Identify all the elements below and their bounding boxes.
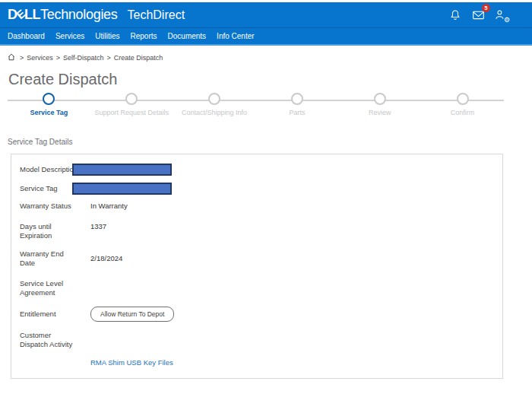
rma-shim-usb-key-files-link[interactable]: RMA Shim USB Key Files	[90, 358, 173, 367]
detail-row-warranty-status: Warranty StatusIn Warranty	[11, 202, 502, 211]
step-circle-parts	[291, 93, 303, 105]
detail-row-service-tag: Service Tag	[11, 183, 502, 195]
nav-item-reports[interactable]: Reports	[131, 32, 157, 40]
step-parts[interactable]: Parts	[255, 93, 338, 116]
detail-row-link: RMA Shim USB Key Files	[11, 358, 502, 367]
field-label: Warranty End Date	[20, 249, 81, 268]
step-support-request-details[interactable]: Support Request Details	[90, 93, 173, 116]
field-label: Model Description	[20, 165, 81, 174]
step-label: Support Request Details	[94, 109, 169, 116]
step-confirm[interactable]: Confirm	[421, 93, 504, 116]
step-service-tag[interactable]: Service Tag	[8, 93, 90, 116]
gear-icon: ⚙	[504, 17, 510, 24]
step-circle-confirm	[457, 93, 469, 105]
technologies-wordmark: Technologies	[40, 7, 117, 23]
step-contact-shipping-info[interactable]: Contact/Shipping Info	[173, 93, 256, 116]
nav-item-services[interactable]: Services	[55, 32, 84, 40]
step-review[interactable]: Review	[338, 93, 421, 116]
dell-wordmark: DELL	[8, 7, 40, 23]
redacted-value	[72, 183, 172, 195]
field-label: Service Level Agreement	[20, 279, 81, 297]
app-header: DELL Technologies TechDirect 5 ⚙	[0, 2, 532, 27]
home-icon[interactable]	[8, 53, 17, 62]
step-circle-review	[374, 93, 386, 105]
detail-row-customer-dispatch-activity: Customer Dispatch Activity	[11, 331, 502, 349]
breadcrumb-item-self-dispatch[interactable]: Self-Dispatch	[63, 54, 104, 62]
step-label: Confirm	[451, 109, 475, 116]
field-label: Service Tag	[20, 184, 81, 193]
field-label: Days until Expiration	[20, 222, 81, 240]
detail-row-days-until-expiration: Days until Expiration1337	[11, 222, 502, 240]
field-label: Customer Dispatch Activity	[20, 331, 81, 349]
nav-item-dashboard[interactable]: Dashboard	[8, 32, 45, 40]
breadcrumb-separator: >	[20, 54, 24, 62]
page-content: >Services>Self-Dispatch>Create Dispatch …	[8, 53, 504, 379]
step-circle-service-tag	[43, 93, 55, 105]
stepper-steps: Service TagSupport Request DetailsContac…	[8, 93, 504, 116]
step-circle-support-request-details	[125, 93, 138, 105]
redacted-value	[72, 164, 172, 176]
nav-item-info-center[interactable]: Info Center	[217, 32, 254, 40]
step-label: Parts	[289, 109, 305, 116]
account-settings-icon[interactable]: ⚙	[494, 8, 508, 22]
detail-row-entitlement: EntitlementAllow Return To Depot	[11, 307, 502, 322]
field-value: In Warranty	[90, 202, 128, 211]
header-icons: 5 ⚙	[448, 8, 508, 22]
step-label: Service Tag	[30, 109, 68, 116]
detail-row-warranty-end-date: Warranty End Date2/18/2024	[11, 249, 502, 268]
main-nav: DashboardServicesUtilitiesReportsDocumen…	[0, 27, 532, 46]
notifications-bell-icon[interactable]	[448, 8, 462, 22]
step-label: Contact/Shipping Info	[182, 109, 247, 116]
messages-envelope-icon[interactable]: 5	[471, 8, 485, 22]
field-value: 1337	[90, 222, 106, 231]
breadcrumb: >Services>Self-Dispatch>Create Dispatch	[8, 53, 504, 62]
allow-return-to-depot-button[interactable]: Allow Return To Depot	[90, 307, 174, 322]
nav-item-documents[interactable]: Documents	[168, 32, 207, 40]
breadcrumb-item-services[interactable]: Services	[27, 54, 53, 62]
step-circle-contact-shipping-info	[208, 93, 220, 105]
unread-count-badge: 5	[482, 4, 490, 12]
step-label: Review	[369, 109, 391, 116]
page-title: Create Dispatch	[8, 71, 504, 88]
dell-technologies-logo[interactable]: DELL Technologies TechDirect	[8, 7, 185, 23]
section-title: Service Tag Details	[8, 138, 504, 146]
nav-item-utilities[interactable]: Utilities	[95, 32, 119, 40]
field-label: Warranty Status	[20, 202, 81, 211]
dispatch-stepper: Service TagSupport Request DetailsContac…	[8, 93, 504, 125]
field-value: 2/18/2024	[90, 254, 122, 263]
breadcrumb-separator: >	[56, 54, 60, 62]
service-tag-details-panel: Model DescriptionService TagWarranty Sta…	[11, 154, 503, 379]
breadcrumb-item-create-dispatch: Create Dispatch	[114, 54, 163, 62]
field-label: Entitlement	[20, 310, 81, 319]
detail-row-service-level-agreement: Service Level Agreement	[11, 279, 502, 297]
breadcrumb-separator: >	[107, 54, 111, 62]
techdirect-wordmark: TechDirect	[128, 8, 185, 22]
detail-row-model-description: Model Description	[11, 164, 502, 176]
